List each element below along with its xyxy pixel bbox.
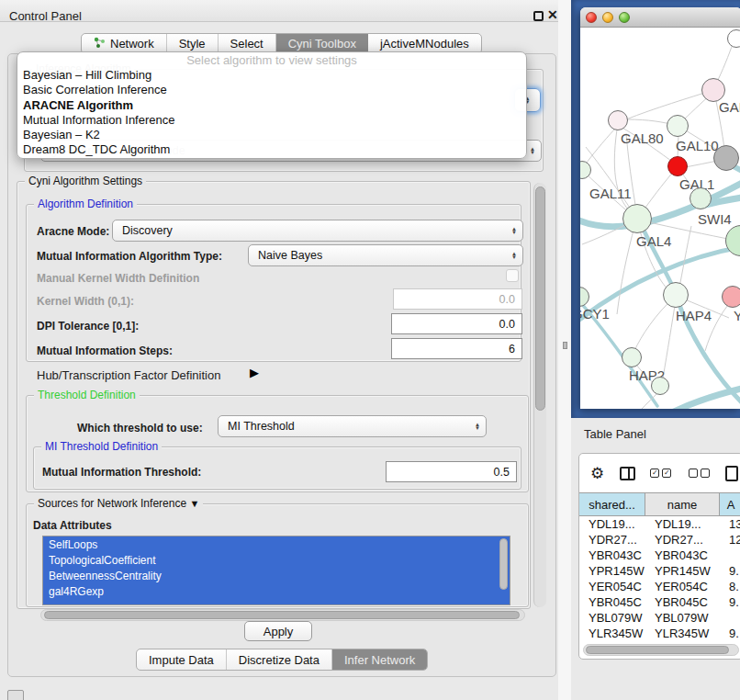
network-node[interactable] xyxy=(713,145,739,171)
unchecked-box-icon xyxy=(689,469,698,478)
network-node[interactable] xyxy=(651,377,669,395)
network-node[interactable] xyxy=(727,29,740,48)
attribute-item[interactable]: TopologicalCoefficient xyxy=(43,552,510,568)
table-row[interactable]: YBL079WYBL079W xyxy=(579,610,740,626)
mi-threshold-field[interactable]: 0.5 xyxy=(386,461,517,482)
deselect-all-icon[interactable] xyxy=(689,469,712,478)
algorithm-option[interactable]: Bayesian – Hill Climbing xyxy=(17,68,526,83)
network-node[interactable] xyxy=(722,286,740,308)
minimize-traffic-icon[interactable] xyxy=(602,12,613,23)
collapsed-arrow-icon[interactable]: ▶ xyxy=(250,366,259,379)
split-pane-handle[interactable] xyxy=(563,342,567,349)
network-canvas[interactable]: GAL GAL80 GAL10 GAL1 GAL11 SWI4 GAL4 GCY… xyxy=(580,28,740,409)
node-label: Y xyxy=(734,308,740,323)
split-pane-divider[interactable] xyxy=(558,0,571,700)
table-row[interactable]: YBR043CYBR043C xyxy=(579,548,740,563)
table-header: shared... name A xyxy=(579,492,740,516)
attribute-item[interactable]: gal4RGexp xyxy=(43,583,510,599)
which-threshold-combo[interactable]: MI Threshold ▲▼ xyxy=(218,415,487,437)
kernel-width-field[interactable]: 0.0 xyxy=(393,288,522,310)
document-icon[interactable] xyxy=(725,466,738,481)
combo-arrows-icon: ▲▼ xyxy=(475,423,480,431)
node-label: SWI4 xyxy=(698,211,732,227)
aracne-mode-combo[interactable]: Discovery ▲▼ xyxy=(112,220,523,242)
table-row[interactable]: YDL19...YDL19...13 xyxy=(579,516,740,532)
combo-arrows-icon: ▲▼ xyxy=(511,227,517,235)
table-row[interactable]: YLR345WYLR345W9. xyxy=(579,626,740,641)
network-node[interactable] xyxy=(667,156,688,176)
algorithm-option[interactable]: Dream8 DC_TDC Algorithm xyxy=(17,142,526,157)
table-row[interactable]: YDR27...YDR27...12 xyxy=(579,532,740,548)
column-layout-icon[interactable] xyxy=(620,467,635,480)
screen: Control Panel ✕ Network Style Select Cyn… xyxy=(0,0,740,700)
sources-title-text[interactable]: Sources for Network Inference xyxy=(38,497,186,510)
attribute-item[interactable]: BetweennessCentrality xyxy=(43,568,510,583)
network-node[interactable] xyxy=(690,187,712,209)
tab-network[interactable]: Network xyxy=(82,34,167,53)
expanded-arrow-icon[interactable]: ▼ xyxy=(189,498,199,509)
mi-steps-field[interactable]: 6 xyxy=(391,338,522,359)
dpi-tolerance-label: DPI Tolerance [0,1]: xyxy=(37,320,139,333)
node-label: GAL11 xyxy=(589,186,632,201)
table-row[interactable]: YBR045CYBR045C9. xyxy=(579,594,740,610)
algorithm-option-selected[interactable]: ARACNE Algorithm xyxy=(17,98,526,113)
gear-icon[interactable]: ⚙ xyxy=(590,464,604,483)
settings-vertical-scrollbar[interactable] xyxy=(533,183,546,607)
tab-cyni-toolbox[interactable]: Cyni Toolbox xyxy=(276,34,368,53)
hub-definition-toggle[interactable]: Hub/Transcription Factor Definition xyxy=(37,368,220,382)
network-window-titlebar[interactable] xyxy=(580,7,740,28)
aracne-mode-label: Aracne Mode: xyxy=(37,225,109,238)
close-panel-icon[interactable]: ✕ xyxy=(547,7,558,22)
table-row[interactable]: YER054CYER054C8. xyxy=(579,579,740,594)
column-header-shared-name[interactable]: shared... xyxy=(579,493,645,515)
mi-threshold-label: Mutual Information Threshold: xyxy=(42,466,201,479)
manual-kernel-label: Manual Kernel Width Definition xyxy=(37,272,199,285)
apply-button[interactable]: Apply xyxy=(244,621,312,641)
control-panel-title: Control Panel xyxy=(9,9,82,23)
algorithm-option[interactable]: Mutual Information Inference xyxy=(17,113,526,128)
network-node[interactable] xyxy=(608,110,628,130)
manual-kernel-checkbox[interactable] xyxy=(506,269,519,282)
tab-infer-network[interactable]: Infer Network xyxy=(332,649,427,670)
dpi-tolerance-field[interactable]: 0.0 xyxy=(391,313,522,334)
table-panel-card: ⚙ ✓✓ shared... name A YDL19...YDL19...13… xyxy=(578,453,740,660)
which-threshold-label: Which threshold to use: xyxy=(77,422,203,435)
settings-horizontal-scrollbar[interactable] xyxy=(40,609,525,621)
node-label: GAL80 xyxy=(621,130,664,146)
algorithm-dropdown-popup: Select algorithm to view settings Bayesi… xyxy=(17,51,527,159)
algorithm-option[interactable]: Basic Correlation Inference xyxy=(17,83,526,97)
table-horizontal-scrollbar-thumb[interactable] xyxy=(586,646,729,654)
algorithm-option[interactable]: Bayesian – K2 xyxy=(17,128,526,142)
float-panel-icon[interactable] xyxy=(533,11,544,21)
network-node[interactable] xyxy=(663,282,689,308)
table-row[interactable]: YPR145WYPR145W9. xyxy=(579,563,740,579)
close-traffic-icon[interactable] xyxy=(586,12,597,23)
tab-discretize-data[interactable]: Discretize Data xyxy=(227,649,332,670)
list-scrollbar-thumb[interactable] xyxy=(499,538,508,590)
node-label: GAL10 xyxy=(676,138,719,153)
bottom-tabbar: Impute Data Discretize Data Infer Networ… xyxy=(136,649,428,671)
network-node[interactable] xyxy=(622,347,642,367)
select-all-icon[interactable]: ✓✓ xyxy=(650,469,674,478)
column-header-partial[interactable]: A xyxy=(720,493,740,515)
tab-impute-data[interactable]: Impute Data xyxy=(137,649,227,670)
network-icon xyxy=(94,37,106,51)
bottom-corner-icon[interactable] xyxy=(7,690,24,700)
network-node[interactable] xyxy=(622,204,652,233)
settings-group-title: Cyni Algorithm Settings xyxy=(25,175,146,187)
table-toolbar: ⚙ ✓✓ xyxy=(579,454,740,492)
settings-vertical-scrollbar-thumb[interactable] xyxy=(535,186,545,411)
column-header-name[interactable]: name xyxy=(645,493,720,515)
zoom-traffic-icon[interactable] xyxy=(619,12,630,23)
settings-horizontal-scrollbar-thumb[interactable] xyxy=(44,611,520,619)
mi-type-combo[interactable]: Naive Bayes ▲▼ xyxy=(248,244,523,266)
attribute-item[interactable]: SelfLoops xyxy=(43,536,510,552)
threshold-definition-title: Threshold Definition xyxy=(34,389,140,401)
table-horizontal-scrollbar[interactable] xyxy=(583,644,739,656)
tab-jactivemnodules[interactable]: jActiveMNodules xyxy=(368,34,481,53)
tab-select[interactable]: Select xyxy=(219,34,276,53)
mi-steps-label: Mutual Information Steps: xyxy=(37,344,173,357)
network-node[interactable] xyxy=(667,115,689,137)
network-window[interactable]: GAL GAL80 GAL10 GAL1 GAL11 SWI4 GAL4 GCY… xyxy=(580,7,740,409)
tab-style[interactable]: Style xyxy=(167,34,219,53)
